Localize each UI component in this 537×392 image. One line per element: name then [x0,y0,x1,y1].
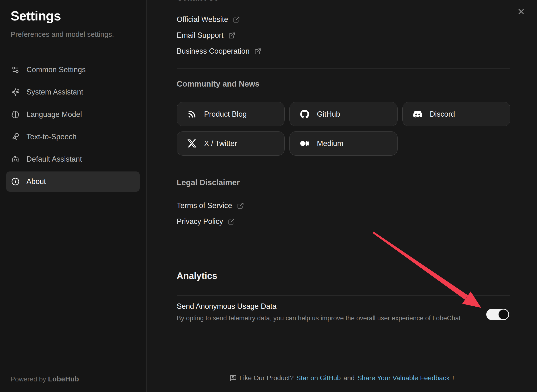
toggle-knob [499,310,508,319]
share-feedback-link[interactable]: Share Your Valuable Feedback [357,374,450,382]
github-icon [300,110,309,119]
legal-section-title: Legal Disclaimer [177,178,240,187]
message-heart-icon [230,374,237,382]
discord-button[interactable]: Discord [402,102,510,126]
x-twitter-button[interactable]: X / Twitter [177,131,285,156]
about-content: Contact Us Official Website Email Suppor… [177,0,510,392]
footer-text: and [343,374,355,382]
discord-icon [413,110,422,119]
section-divider [177,68,510,69]
about-panel: Contact Us Official Website Email Suppor… [147,0,537,392]
external-link-icon [237,202,244,209]
link-label: Terms of Service [177,201,232,210]
sidebar-item-label: Text-to-Speech [26,133,77,141]
sidebar-item-label: System Assistant [26,88,83,96]
button-label: Product Blog [204,110,247,119]
page-title: Settings [11,8,61,24]
email-support-link[interactable]: Email Support [177,30,235,41]
sidebar-item-language-model[interactable]: Language Model [6,104,140,125]
external-link-icon [228,32,235,39]
official-website-link[interactable]: Official Website [177,14,240,25]
feedback-footer: Like Our Product? Star on GitHub and Sha… [147,374,537,382]
github-button[interactable]: GitHub [289,102,397,126]
sidebar-item-label: Language Model [26,110,82,119]
button-label: Medium [317,139,343,148]
x-twitter-icon [187,139,196,148]
community-section-title: Community and News [177,79,260,89]
mic-icon [11,133,19,141]
button-label: X / Twitter [204,139,237,148]
link-label: Privacy Policy [177,217,223,226]
footer-text: ! [452,374,454,382]
product-blog-button[interactable]: Product Blog [177,102,285,126]
analytics-section-title: Analytics [177,271,217,281]
link-label: Business Cooperation [177,47,250,56]
close-button[interactable] [516,6,526,17]
sidebar-item-text-to-speech[interactable]: Text-to-Speech [6,127,140,147]
terms-of-service-link[interactable]: Terms of Service [177,200,244,211]
sidebar-item-label: Default Assistant [26,155,82,164]
sliders-icon [11,66,19,74]
contact-section-title: Contact Us [177,0,219,2]
sidebar-item-about[interactable]: About [6,171,140,192]
brain-icon [11,110,19,119]
lobehub-logo: LobeHub [48,375,79,383]
medium-icon [300,139,309,148]
powered-by-text: Powered by [11,375,46,383]
business-cooperation-link[interactable]: Business Cooperation [177,46,261,57]
info-icon [11,177,19,186]
usage-data-description: By opting to send telemetry data, you ca… [177,315,462,322]
sidebar-item-system-assistant[interactable]: System Assistant [6,82,140,102]
close-icon [517,7,525,16]
external-link-icon [228,218,235,225]
button-label: Discord [430,110,455,119]
section-divider [177,167,510,167]
usage-data-label: Send Anonymous Usage Data [177,302,276,311]
sidebar-item-common-settings[interactable]: Common Settings [6,60,140,80]
button-label: GitHub [317,110,340,119]
link-label: Official Website [177,15,228,24]
sidebar-item-label: Common Settings [26,65,86,74]
rss-icon [187,110,196,119]
community-buttons: Product Blog GitHub Discord X / Twitter … [177,102,510,156]
sidebar-item-label: About [26,177,46,186]
footer-text: Like Our Product? [239,374,294,382]
sidebar-nav: Common Settings System Assistant Languag… [6,60,140,194]
external-link-icon [254,48,261,55]
usage-data-toggle[interactable] [486,309,509,320]
page-subtitle: Preferences and model settings. [11,30,114,38]
privacy-policy-link[interactable]: Privacy Policy [177,216,235,227]
medium-button[interactable]: Medium [289,131,397,156]
section-divider [177,295,510,296]
external-link-icon [233,16,240,23]
star-on-github-link[interactable]: Star on GitHub [296,374,341,382]
sidebar-item-default-assistant[interactable]: Default Assistant [6,149,140,169]
link-label: Email Support [177,31,224,40]
bot-icon [11,155,19,163]
settings-sidebar: Settings Preferences and model settings.… [0,0,147,392]
powered-by[interactable]: Powered by LobeHub [11,375,79,383]
sparkles-icon [11,88,19,96]
